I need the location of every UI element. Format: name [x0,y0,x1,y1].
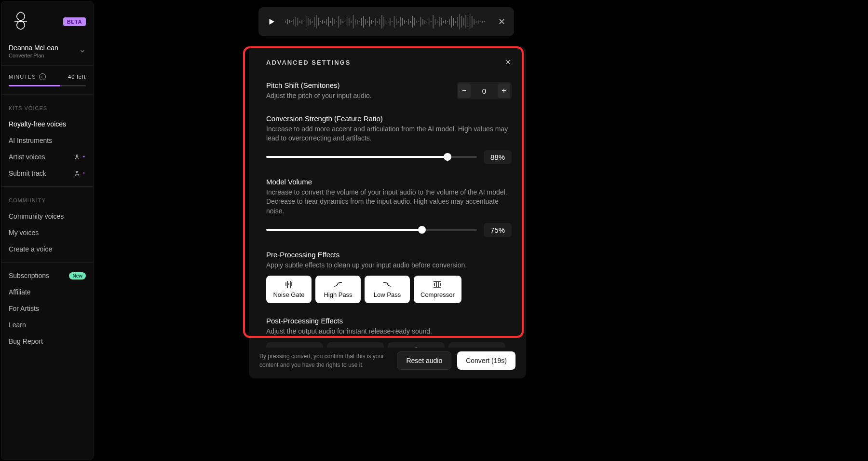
nav-artist-voices[interactable]: Artist voices [1,149,93,165]
nav-create-voice[interactable]: Create a voice [1,241,93,257]
svg-point-0 [76,155,78,157]
effect-noise-gate[interactable]: Noise Gate [266,276,312,303]
nav-bug-report[interactable]: Bug Report [1,333,93,349]
pitch-value: 0 [472,87,497,95]
close-audio-icon[interactable]: ✕ [498,16,505,27]
conversion-desc: Increase to add more accent and articula… [266,125,512,143]
nav-my-voices[interactable]: My voices [1,224,93,241]
nav-affiliate[interactable]: Affiliate [1,284,93,300]
waveform[interactable] [285,12,489,31]
nav-submit-track[interactable]: Submit track [1,165,93,182]
effect-low-pass[interactable]: Low Pass [365,276,410,303]
footer-disclaimer: By pressing convert, you confirm that th… [259,352,385,369]
nav-royalty-free-voices[interactable]: Royalty-free voices [1,116,93,132]
svg-point-1 [76,171,78,173]
advanced-settings-panel: ADVANCED SETTINGS ✕ Pitch Shift (Semiton… [249,46,526,377]
low-pass-icon [382,280,392,288]
chevron-down-icon [79,48,86,55]
volume-title: Model Volume [266,178,512,186]
panel-title: ADVANCED SETTINGS [266,59,351,66]
nav-ai-instruments[interactable]: AI Instruments [1,132,93,149]
volume-value: 75% [484,223,512,237]
convert-button[interactable]: Convert (19s) [457,351,515,370]
post-effects-desc: Adjust the output audio for instant rele… [266,327,512,336]
user-name: Deanna McLean [9,44,58,52]
play-button[interactable] [267,17,276,26]
high-pass-icon [333,280,343,288]
conversion-slider[interactable] [266,156,477,158]
effect-compressor-pre[interactable]: Compressor [414,276,461,303]
user-menu[interactable]: Deanna McLean Converter Plan [1,40,93,66]
pre-effects-desc: Apply subtle effects to clean up your in… [266,261,512,270]
reset-audio-button[interactable]: Reset audio [397,351,451,370]
sidebar: BETA Deanna McLean Converter Plan MINUTE… [1,1,94,460]
minutes-progress [9,85,86,86]
post-effects-title: Post-Processing Effects [266,317,512,325]
pitch-increase-button[interactable]: + [498,84,510,98]
pre-effects-title: Pre-Processing Effects [266,251,512,259]
noise-gate-icon [284,280,294,288]
section-community: COMMUNITY [1,187,93,208]
audio-player: ✕ [258,7,514,36]
compressor-icon [433,280,442,288]
pitch-shift-title: Pitch Shift (Semitones) [266,81,442,89]
nav-community-voices[interactable]: Community voices [1,208,93,224]
logo-row: BETA [1,10,93,40]
pitch-stepper: − 0 + [457,82,512,99]
user-plan: Converter Plan [9,53,58,58]
pitch-shift-desc: Adjust the pitch of your input audio. [266,91,442,101]
svg-marker-2 [270,19,275,25]
nav-learn[interactable]: Learn [1,317,93,333]
footer-bar: By pressing convert, you confirm that th… [249,348,526,378]
app-logo [9,10,33,33]
main-content: ✕ ADVANCED SETTINGS ✕ Pitch Shift (Semit… [95,0,868,461]
info-icon[interactable]: i [39,73,46,80]
effect-high-pass[interactable]: High Pass [315,276,361,303]
minutes-section: MINUTES i 40 left [1,66,93,95]
beta-badge: BETA [63,17,86,26]
conversion-value: 88% [484,150,512,164]
pitch-decrease-button[interactable]: − [458,84,471,98]
section-kits-voices: KITS VOICES [1,95,93,116]
minutes-left: 40 left [68,74,86,80]
new-badge: New [69,272,86,279]
minutes-label: MINUTES i [9,73,46,80]
close-panel-icon[interactable]: ✕ [504,57,512,68]
volume-slider[interactable] [266,229,477,231]
person-sparkle-icon [74,170,86,177]
conversion-title: Conversion Strength (Feature Ratio) [266,114,512,123]
volume-desc: Increase to convert the volume of your i… [266,188,512,216]
nav-subscriptions[interactable]: Subscriptions New [1,267,93,284]
nav-for-artists[interactable]: For Artists [1,300,93,317]
person-sparkle-icon [74,154,86,160]
